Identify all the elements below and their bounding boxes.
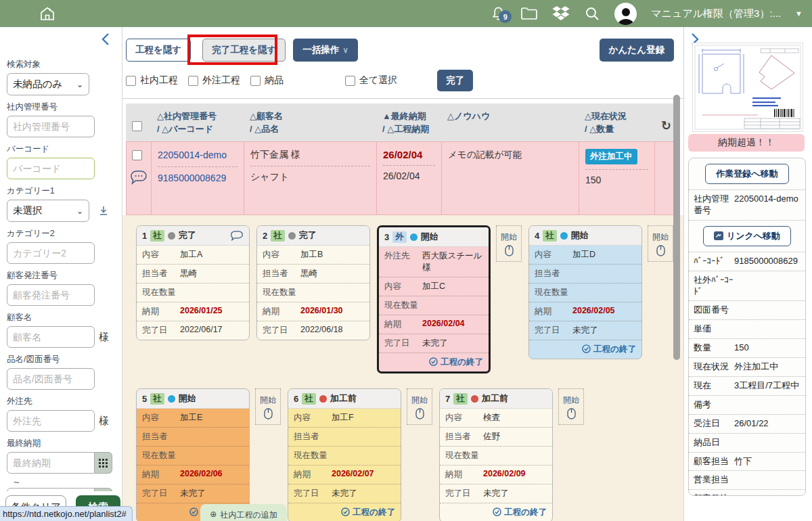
category1-select[interactable]: 未選択⌄ <box>7 200 89 222</box>
customer-name-input[interactable] <box>7 326 95 348</box>
card-row: 納期2026/01/25 <box>137 302 249 321</box>
info-row: 社外ﾊﾞｰｺｰﾄﾞ <box>689 271 805 301</box>
refresh-icon[interactable]: ↻ <box>661 117 671 135</box>
card-row-value: 加工A <box>180 249 244 260</box>
card-row: 完了日2022/06/17 <box>137 321 249 340</box>
menu-icon[interactable] <box>7 9 24 18</box>
end-process-link[interactable]: 工程の終了 <box>379 353 489 371</box>
bulk-action-button[interactable]: 一括操作∨ <box>293 39 358 62</box>
internal-number-input[interactable] <box>7 116 95 137</box>
col-knowhow[interactable]: △ノウハウ <box>442 104 579 141</box>
product-drawing-number-input[interactable] <box>7 368 95 390</box>
order-row[interactable]: 22050014-demo 9185000008629 竹下金属 様 シャフト … <box>126 141 677 215</box>
comment-bubble-icon[interactable] <box>230 230 244 242</box>
work-register-button[interactable]: 作業登録へ移動 <box>705 164 788 184</box>
row-checkbox[interactable] <box>132 150 142 160</box>
card-row-value: 2026/01/30 <box>300 306 364 317</box>
col-customer[interactable]: △顧客名/ △品名 <box>244 104 377 141</box>
card-row: 担当者 <box>529 264 641 283</box>
info-row: 単価 <box>689 319 805 338</box>
external-process-checkbox[interactable] <box>188 76 198 86</box>
filter-checkbox-row: 社内工程 外注工程 納品 全て選択 完了 <box>122 70 683 99</box>
process-card-4[interactable]: 4社開始内容加工D担当者現在数量納期2026/02/05完了日未完了工程の終了 <box>528 225 642 359</box>
end-process-link[interactable]: 工程の終了 <box>529 340 641 359</box>
chevron-left-icon[interactable] <box>100 32 111 46</box>
card-row: 納期2026/01/30 <box>257 302 369 321</box>
easy-register-button[interactable]: かんたん登録 <box>600 39 674 62</box>
card-number: 5 <box>142 394 147 404</box>
memo-bubble-icon[interactable] <box>130 170 148 188</box>
category2-input[interactable] <box>7 242 95 264</box>
subcontractor-input[interactable] <box>7 410 95 432</box>
link-move-button[interactable]: リンクへ移動 <box>703 226 791 246</box>
detail-panel: 納期超過！！ 作業登録へ移動社内管理番号22050014-demoリンクへ移動ﾊ… <box>683 27 812 521</box>
card-row-label: 内容 <box>142 412 180 424</box>
start-process-button[interactable]: 開始 <box>255 388 281 425</box>
select-all-checkbox[interactable] <box>345 76 355 86</box>
start-process-button[interactable]: 開始 <box>558 388 584 425</box>
dropbox-icon[interactable] <box>552 6 570 22</box>
customer-order-number-input[interactable] <box>7 284 95 306</box>
folder-icon[interactable] <box>520 6 538 21</box>
range-tilde-label: ~ <box>14 476 115 488</box>
col-management-number[interactable]: △社内管理番号/ △バーコード <box>152 104 244 141</box>
management-number-link[interactable]: 22050014-demo <box>158 149 233 162</box>
info-row-label: 図面番号 <box>694 304 734 316</box>
process-card-5[interactable]: 5社開始内容加工E担当者現在数量納期2026/02/06完了日未完了工程の終了 <box>136 388 250 521</box>
col-final-due[interactable]: ▲最終納期/ △工程納期 <box>377 104 442 141</box>
card-row: 現在数量 <box>137 446 249 465</box>
info-row: 顧客発注 <box>689 489 805 496</box>
home-icon[interactable] <box>39 5 55 22</box>
process-card-3[interactable]: 3外開始外注先西大阪スチール様内容加工C現在数量納期2026/02/04完了日未… <box>377 225 491 373</box>
start-process-button[interactable]: 開始 <box>407 388 432 425</box>
process-card-1[interactable]: 1社完了内容加工A担当者黒崎現在数量納期2026/01/25完了日2022/06… <box>136 225 250 340</box>
process-card-2[interactable]: 2社完了内容加工B担当者黒崎現在数量納期2026/01/30完了日2022/06… <box>256 225 370 340</box>
process-card-7[interactable]: 7社加工前内容検査担当者佐野現在数量納期2026/02/09完了日未完了工程の終… <box>439 388 553 521</box>
card-row-label: 完了日 <box>142 325 180 336</box>
hide-process-button[interactable]: 工程を隠す <box>126 39 191 62</box>
card-row: 納期2026/02/09 <box>440 465 552 484</box>
card-row: 内容検査 <box>440 409 552 427</box>
caret-down-icon[interactable]: ▼ <box>795 9 803 18</box>
end-process-link[interactable]: 工程の終了 <box>288 503 401 521</box>
card-row: 現在数量 <box>288 446 401 465</box>
card-number: 4 <box>535 231 539 241</box>
arrow-down-to-bar-icon[interactable] <box>99 206 108 216</box>
info-row-value: 26/01/22 <box>734 418 769 430</box>
start-process-button[interactable]: 開始 <box>648 225 673 262</box>
barcode-link[interactable]: 9185000008629 <box>158 172 233 185</box>
card-row-label: 納期 <box>294 469 332 480</box>
end-process-label: 工程の終了 <box>441 357 483 368</box>
card-status: 完了 <box>179 229 196 242</box>
process-card-6[interactable]: 6社加工前内容加工F担当者現在数量納期2026/02/07完了日未完了工程の終了 <box>288 388 401 521</box>
order-info-box: 作業登録へ移動社内管理番号22050014-demoリンクへ移動ﾊﾞｰｺｰﾄﾞ9… <box>688 158 806 496</box>
drawing-thumbnail[interactable] <box>692 43 803 132</box>
info-row: 営業担当 <box>689 470 805 489</box>
internal-process-checkbox[interactable] <box>126 76 136 86</box>
header-checkbox[interactable] <box>132 121 142 131</box>
add-internal-process-button[interactable]: ⊕ 社内工程の追加 <box>200 504 287 521</box>
end-process-link[interactable]: 工程の終了 <box>440 503 552 521</box>
card-row-label: 内容 <box>142 249 180 260</box>
card-header: 1社完了 <box>137 226 249 246</box>
start-process-button[interactable]: 開始 <box>496 225 522 262</box>
end-process-label: 工程の終了 <box>353 507 395 518</box>
col-status[interactable]: △現在状況/ △数量 <box>579 104 655 141</box>
avatar[interactable] <box>614 3 637 25</box>
search-target-select[interactable]: 未納品のみ⌄ <box>7 73 89 95</box>
card-row: 内容加工D <box>529 246 641 264</box>
barcode-input[interactable] <box>7 158 95 179</box>
complete-button[interactable]: 完了 <box>437 70 473 91</box>
user-label: マニュアル権限（管理3）:... <box>651 7 781 20</box>
status-dot-icon <box>560 232 568 240</box>
card-row-value: 黒崎 <box>180 268 244 279</box>
vertical-scrollbar[interactable] <box>673 95 680 360</box>
calendar-grid-icon[interactable] <box>95 452 112 474</box>
final-due-from-input[interactable] <box>7 452 95 474</box>
card-row-value: 2026/02/07 <box>332 469 395 480</box>
hide-completed-process-button[interactable]: 完了工程を隠す <box>202 39 286 62</box>
notifications-bell-icon[interactable]: 9 <box>491 5 506 22</box>
delivery-checkbox[interactable] <box>250 76 261 86</box>
search-icon[interactable] <box>584 5 600 22</box>
card-type-badge: 社 <box>302 393 316 405</box>
